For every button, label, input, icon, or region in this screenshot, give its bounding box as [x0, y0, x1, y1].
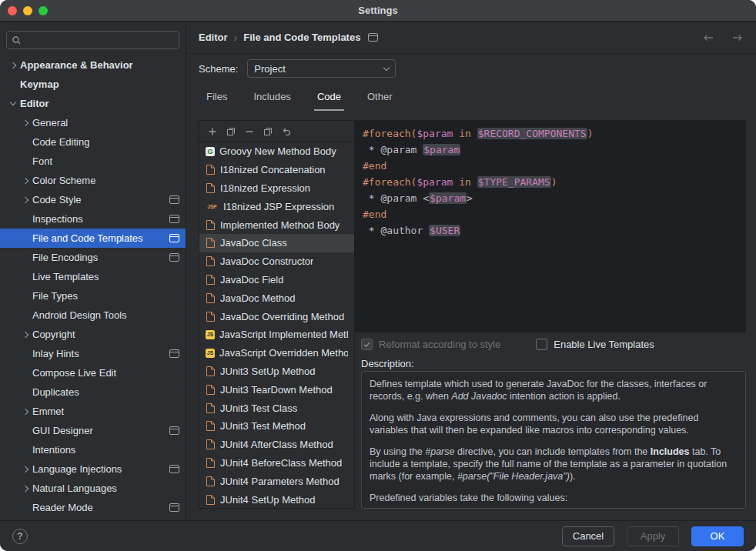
- template-list-item-javascript-implemented-meth[interactable]: JSJavaScript Implemented Meth: [199, 326, 354, 344]
- add-template-icon[interactable]: [207, 126, 218, 137]
- template-list-item-implemented-method-body[interactable]: Implemented Method Body: [199, 215, 354, 234]
- sidebar-item-file-types[interactable]: File Types: [0, 286, 186, 306]
- chevron-right-icon[interactable]: [18, 179, 32, 183]
- code-token: $param: [416, 128, 453, 139]
- sidebar-item-appearance-behavior[interactable]: Appearance & Behavior: [0, 55, 186, 75]
- chevron-right-icon[interactable]: [18, 467, 32, 472]
- sidebar-item-natural-languages[interactable]: Natural Languages: [0, 479, 186, 498]
- chevron-right-icon[interactable]: [18, 409, 32, 414]
- sidebar-item-label: Editor: [20, 98, 49, 109]
- sidebar-item-android-design-tools[interactable]: Android Design Tools: [0, 306, 186, 325]
- search-box[interactable]: [6, 31, 179, 49]
- ok-button[interactable]: OK: [691, 526, 744, 546]
- tab-includes[interactable]: Includes: [250, 83, 293, 111]
- reformat-checkbox[interactable]: Reformat according to style: [361, 339, 500, 350]
- sidebar-item-gui-designer[interactable]: GUI Designer: [0, 421, 186, 440]
- sidebar-item-label: Inspections: [32, 213, 83, 225]
- sidebar-item-emmet[interactable]: Emmet: [0, 402, 186, 421]
- sidebar-item-keymap[interactable]: Keymap: [0, 75, 186, 94]
- template-list-item-i18nized-jsp-expression[interactable]: JSPI18nized JSP Expression: [199, 197, 354, 215]
- settings-sidebar: Appearance & BehaviorKeymapEditorGeneral…: [0, 22, 186, 520]
- tab-label: Other: [367, 91, 393, 102]
- close-button[interactable]: [8, 6, 17, 15]
- breadcrumb-editor[interactable]: Editor: [199, 32, 228, 43]
- sidebar-item-inspections[interactable]: Inspections: [0, 209, 186, 229]
- chevron-right-icon[interactable]: [18, 198, 32, 202]
- apply-button[interactable]: Apply: [627, 526, 679, 546]
- template-list-item-i18nized-concatenation[interactable]: I18nized Concatenation: [199, 161, 354, 179]
- template-list-item-junit3-test-method[interactable]: JUnit3 Test Method: [199, 417, 354, 436]
- minimize-button[interactable]: [23, 6, 32, 15]
- template-file-icon: [206, 220, 216, 230]
- sidebar-item-editor[interactable]: Editor: [0, 94, 186, 113]
- tab-label: Files: [206, 91, 227, 102]
- sidebar-item-live-templates[interactable]: Live Templates: [0, 267, 186, 286]
- sidebar-item-font[interactable]: Font: [0, 152, 186, 171]
- description-text: intention action is applied.: [507, 391, 621, 402]
- template-list-item-javadoc-field[interactable]: JavaDoc Field: [199, 271, 354, 289]
- enable-live-templates-checkbox[interactable]: Enable Live Templates: [536, 339, 654, 350]
- template-code-editor[interactable]: #foreach($param in $RECORD_COMPONENTS) *…: [355, 120, 746, 332]
- tab-files[interactable]: Files: [203, 83, 230, 111]
- sidebar-item-compose-live-edit[interactable]: Compose Live Edit: [0, 363, 186, 382]
- sidebar-item-copyright[interactable]: Copyright: [0, 325, 186, 344]
- template-list-item-javadoc-overriding-method[interactable]: JavaDoc Overriding Method: [199, 307, 354, 326]
- sidebar-item-color-scheme[interactable]: Color Scheme: [0, 171, 186, 190]
- sidebar-item-reader-mode[interactable]: Reader Mode: [0, 498, 186, 517]
- template-tabs: FilesIncludesCodeOther: [186, 83, 756, 111]
- back-button[interactable]: [702, 33, 714, 42]
- sidebar-item-inlay-hints[interactable]: Inlay Hints: [0, 344, 186, 363]
- editor-settings-icon: [368, 33, 378, 42]
- template-list-item-junit3-setup-method[interactable]: JUnit3 SetUp Method: [199, 362, 354, 381]
- settings-tree: Appearance & BehaviorKeymapEditorGeneral…: [0, 55, 186, 517]
- remove-template-icon[interactable]: [244, 126, 255, 137]
- sidebar-item-label: Copyright: [32, 329, 75, 340]
- help-button[interactable]: ?: [12, 529, 28, 544]
- chevron-right-icon[interactable]: [18, 486, 32, 491]
- template-list-item-groovy-new-method-body[interactable]: GGroovy New Method Body: [199, 142, 354, 161]
- template-list-item-junit4-afterclass-method[interactable]: JUnit4 AfterClass Method: [199, 436, 354, 454]
- template-list-item-javadoc-constructor[interactable]: JavaDoc Constructor: [199, 252, 354, 271]
- template-list-item-junit4-beforeclass-method[interactable]: JUnit4 BeforeClass Method: [199, 454, 354, 473]
- description-box[interactable]: Defines template which used to generate …: [361, 371, 746, 509]
- cancel-button[interactable]: Cancel: [562, 526, 614, 546]
- template-list-item-javascript-overridden-metho[interactable]: JSJavaScript Overridden Metho: [199, 344, 354, 362]
- template-list-item-junit4-setup-method[interactable]: JUnit4 SetUp Method: [199, 490, 354, 508]
- reset-to-default-icon[interactable]: [281, 126, 292, 137]
- sidebar-item-intentions[interactable]: Intentions: [0, 440, 186, 459]
- template-list-item-junit3-test-class[interactable]: JUnit3 Test Class: [199, 399, 354, 417]
- duplicate-template-icon[interactable]: [263, 126, 273, 137]
- template-name: JUnit4 SetUp Method: [220, 494, 316, 506]
- chevron-right-icon[interactable]: [6, 63, 20, 68]
- template-list-item-javadoc-class[interactable]: JavaDoc Class: [199, 234, 354, 252]
- template-list-item-i18nized-expression[interactable]: I18nized Expression: [199, 179, 354, 198]
- template-list-toolbar: [199, 121, 354, 142]
- chevron-right-icon[interactable]: [18, 121, 32, 125]
- template-list-item-javadoc-method[interactable]: JavaDoc Method: [199, 289, 354, 307]
- template-file-icon: [206, 256, 216, 266]
- code-token: ): [551, 176, 557, 188]
- copy-template-icon[interactable]: [226, 126, 236, 137]
- sidebar-item-code-style[interactable]: Code Style: [0, 190, 186, 209]
- zoom-button[interactable]: [38, 6, 48, 15]
- description-paragraph: Predefined variables take the following …: [370, 492, 738, 504]
- template-list-item-junit4-parameters-method[interactable]: JUnit4 Parameters Method: [199, 472, 354, 490]
- code-token: #end: [363, 209, 386, 220]
- code-token: $param: [429, 192, 467, 204]
- template-list-item-junit3-teardown-method[interactable]: JUnit3 TearDown Method: [199, 380, 354, 399]
- chevron-right-icon[interactable]: [18, 332, 32, 337]
- forward-button[interactable]: [731, 33, 744, 42]
- sidebar-item-language-injections[interactable]: Language Injections: [0, 459, 186, 479]
- reformat-checkbox-label: Reformat according to style: [379, 339, 500, 350]
- sidebar-item-code-editing[interactable]: Code Editing: [0, 132, 186, 152]
- search-input[interactable]: [25, 35, 174, 46]
- sidebar-item-general[interactable]: General: [0, 113, 186, 132]
- sidebar-item-duplicates[interactable]: Duplicates: [0, 382, 186, 402]
- editor-settings-icon: [169, 465, 179, 473]
- chevron-down-icon[interactable]: [6, 102, 20, 105]
- tab-other[interactable]: Other: [364, 83, 396, 111]
- scheme-select[interactable]: Project: [247, 59, 396, 78]
- sidebar-item-file-and-code-templates[interactable]: File and Code Templates: [0, 229, 186, 248]
- sidebar-item-file-encodings[interactable]: File Encodings: [0, 248, 186, 267]
- tab-code[interactable]: Code: [314, 83, 344, 111]
